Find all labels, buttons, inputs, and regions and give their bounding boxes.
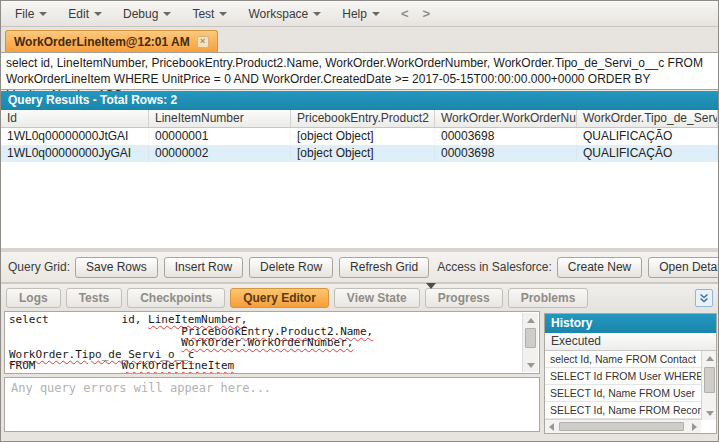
menu-debug-label: Debug — [123, 7, 158, 21]
column-header-lineitemnumber[interactable]: LineItemNumber — [149, 110, 291, 127]
menu-file-label: File — [15, 7, 34, 21]
developer-console-window: File Edit Debug Test Workspace Help < > — [0, 0, 719, 442]
create-new-button[interactable]: Create New — [557, 257, 642, 278]
cell-id[interactable]: 1WL0q00000000JyGAI — [1, 145, 149, 162]
splitter-collapse-arrow-icon[interactable] — [426, 283, 436, 289]
column-header-id[interactable]: Id — [1, 110, 149, 127]
menu-edit[interactable]: Edit — [62, 4, 108, 24]
cell-product2[interactable]: [object Object] — [291, 128, 435, 145]
double-chevron-down-icon — [699, 293, 709, 303]
chevron-down-icon — [219, 12, 227, 16]
open-detail-page-button[interactable]: Open Detail Page — [648, 257, 719, 278]
tab-workorderlineitem[interactable]: WorkOrderLineItem@12:01 AM × — [5, 30, 218, 52]
chevron-down-icon — [313, 12, 321, 16]
query-grid-label: Query Grid: — [8, 260, 70, 274]
history-vertical-scrollbar[interactable] — [701, 351, 716, 420]
spellcheck-underline: WorkOrderLineItem — [122, 359, 235, 372]
scroll-down-button[interactable] — [523, 358, 538, 372]
history-item[interactable]: SELECT Id, Name FROM Record... — [545, 402, 701, 419]
tab-progress[interactable]: Progress — [425, 288, 503, 308]
chevron-down-icon — [94, 12, 102, 16]
query-editor-panel: select id, LineItemNumber, PricebookEntr… — [1, 309, 718, 441]
chevron-down-icon — [372, 12, 380, 16]
collapse-panel-button[interactable] — [695, 289, 713, 307]
soql-query-input[interactable]: select id, LineItemNumber, PricebookEntr… — [1, 52, 718, 90]
history-horizontal-scrollbar[interactable] — [545, 419, 701, 433]
history-item[interactable]: SELECT Id FROM User WHERE ... — [545, 368, 701, 385]
history-item[interactable]: SELECT Id, Name FROM User — [545, 385, 701, 402]
spellcheck-underline: WorkOrder.WorkOrderNumber, — [181, 336, 353, 349]
delete-row-button[interactable]: Delete Row — [249, 257, 333, 278]
scroll-down-button[interactable] — [702, 406, 717, 420]
scroll-left-button[interactable] — [545, 420, 558, 433]
column-header-workordernumber[interactable]: WorkOrder.WorkOrderNumber — [435, 110, 577, 127]
tab-label: WorkOrderLineItem@12:01 AM — [14, 35, 190, 49]
cell-workordernumber[interactable]: 00003698 — [435, 145, 577, 162]
chevron-down-icon — [163, 12, 171, 16]
scrollbar-thumb[interactable] — [525, 328, 536, 348]
scrollbar-thumb[interactable] — [559, 422, 684, 431]
close-icon[interactable]: × — [197, 36, 209, 48]
menu-bar: File Edit Debug Test Workspace Help < > — [1, 1, 718, 27]
menu-help-label: Help — [342, 7, 367, 21]
cell-id[interactable]: 1WL0q00000000JtGAI — [1, 128, 149, 145]
query-error-box[interactable]: Any query errors will appear here... — [4, 377, 540, 432]
results-table-header: Id LineItemNumber PricebookEntry.Product… — [1, 110, 718, 128]
menu-test-label: Test — [192, 7, 214, 21]
query-results-header: Query Results - Total Rows: 2 — [1, 91, 718, 110]
tab-view-state[interactable]: View State — [334, 288, 420, 308]
executed-column-header[interactable]: Executed — [545, 333, 716, 351]
nav-back-button[interactable]: < — [401, 6, 409, 21]
tab-problems[interactable]: Problems — [508, 288, 589, 308]
tab-logs[interactable]: Logs — [6, 288, 61, 308]
cell-tipo-de-servico[interactable]: QUALIFICAÇÃO — [577, 145, 718, 162]
history-list: select Id, Name FROM Contact SELECT Id F… — [545, 351, 701, 420]
menu-file[interactable]: File — [9, 4, 53, 24]
history-item[interactable]: select Id, Name FROM Contact — [545, 351, 701, 368]
tab-checkpoints[interactable]: Checkpoints — [127, 288, 225, 308]
history-panel: History Executed select Id, Name FROM Co… — [544, 313, 717, 434]
history-panel-title: History — [545, 314, 716, 333]
insert-row-button[interactable]: Insert Row — [164, 257, 243, 278]
workspace-tabstrip: WorkOrderLineItem@12:01 AM × — [1, 27, 718, 52]
nav-forward-button[interactable]: > — [423, 6, 431, 21]
editor-scrollbar[interactable] — [522, 313, 538, 372]
tab-query-editor[interactable]: Query Editor — [230, 288, 329, 308]
menu-edit-label: Edit — [68, 7, 89, 21]
menu-debug[interactable]: Debug — [117, 4, 177, 24]
refresh-grid-button[interactable]: Refresh Grid — [339, 257, 429, 278]
menu-workspace[interactable]: Workspace — [242, 4, 327, 24]
scrollbar-thumb[interactable] — [704, 367, 715, 393]
cell-product2[interactable]: [object Object] — [291, 145, 435, 162]
bottom-tabstrip: Logs Tests Checkpoints Query Editor View… — [1, 283, 718, 309]
cell-lineitemnumber[interactable]: 00000002 — [149, 145, 291, 162]
menu-workspace-label: Workspace — [248, 7, 308, 21]
table-row[interactable]: 1WL0q00000000JyGAI 00000002 [object Obje… — [1, 145, 718, 162]
menu-help[interactable]: Help — [336, 4, 386, 24]
soql-editor[interactable]: select id, LineItemNumber, PricebookEntr… — [4, 311, 540, 374]
chevron-down-icon — [39, 12, 47, 16]
query-grid-toolbar: Query Grid: Save Rows Insert Row Delete … — [1, 252, 718, 283]
save-rows-button[interactable]: Save Rows — [75, 257, 158, 278]
cell-lineitemnumber[interactable]: 00000001 — [149, 128, 291, 145]
tab-tests[interactable]: Tests — [66, 288, 122, 308]
access-in-salesforce-label: Access in Salesforce: — [437, 260, 552, 274]
table-row[interactable]: 1WL0q00000000JtGAI 00000001 [object Obje… — [1, 128, 718, 145]
column-header-tipo-de-servico[interactable]: WorkOrder.Tipo_de_Servi_o__c — [577, 110, 718, 127]
scroll-up-button[interactable] — [702, 351, 717, 365]
scroll-up-button[interactable] — [523, 313, 538, 327]
results-table-body: 1WL0q00000000JtGAI 00000001 [object Obje… — [1, 128, 718, 248]
scroll-right-button[interactable] — [688, 420, 701, 433]
menu-test[interactable]: Test — [186, 4, 233, 24]
cell-workordernumber[interactable]: 00003698 — [435, 128, 577, 145]
cell-tipo-de-servico[interactable]: QUALIFICAÇÃO — [577, 128, 718, 145]
column-header-product2[interactable]: PricebookEntry.Product2 — [291, 110, 435, 127]
